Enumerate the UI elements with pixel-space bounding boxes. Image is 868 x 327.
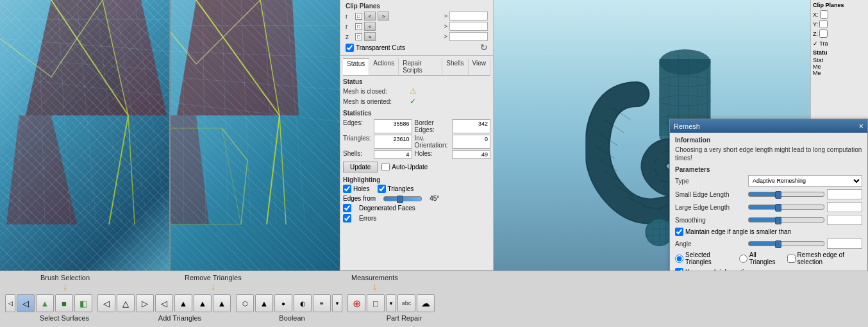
large-edge-slider[interactable] xyxy=(748,205,824,210)
select-surface-2-btn[interactable]: ▲ xyxy=(36,294,54,312)
tab-shells[interactable]: Shells xyxy=(442,58,468,75)
holes-checkbox[interactable] xyxy=(343,185,351,193)
clip-r-left-btn[interactable]: < xyxy=(364,12,376,21)
all-triangles-radio[interactable] xyxy=(739,255,747,263)
select-surface-main-btn[interactable]: ◁ xyxy=(17,294,35,312)
smoothing-value[interactable]: 0|05 xyxy=(827,215,862,225)
auto-update-checkbox[interactable] xyxy=(381,163,390,171)
select-surface-4-btn[interactable]: ◧ xyxy=(74,294,92,312)
clip-x-value[interactable]: 0.00 mm xyxy=(449,12,488,21)
svg-line-30 xyxy=(263,0,276,224)
right-stat3: Me xyxy=(813,70,866,76)
right-clip-x-checkbox[interactable] xyxy=(820,10,828,19)
select-surface-back-btn[interactable]: ◁ xyxy=(5,294,15,312)
sep-2 xyxy=(232,294,235,312)
part-repair-1-btn[interactable]: ⊕ xyxy=(347,294,365,312)
status-tab-bar: Status Actions Repair Scripts Shells Vie… xyxy=(343,58,490,76)
svg-marker-1 xyxy=(103,0,167,115)
remove-tri-5-btn[interactable]: ▲ xyxy=(213,294,231,312)
viewport-2[interactable] xyxy=(171,0,340,271)
transparent-cuts-label: Transparent Cuts xyxy=(356,44,405,51)
update-button[interactable]: Update xyxy=(343,162,378,172)
highlighting-section: Highlighting Holes Triangles Edges from … xyxy=(343,176,490,222)
type-select[interactable]: Adaptive Remeshing xyxy=(748,175,862,187)
svg-line-10 xyxy=(77,0,96,224)
angle-slider[interactable] xyxy=(748,241,824,246)
clip-y-checkbox[interactable]: □ xyxy=(355,23,362,30)
holes-label: Holes: xyxy=(415,150,449,159)
svg-line-17 xyxy=(0,0,169,224)
svg-line-11 xyxy=(96,0,122,224)
part-repair-sublabel: Part Repair xyxy=(348,314,460,322)
measurements-arrow: ↓ xyxy=(372,281,377,292)
maintain-edge-label: Maintain edge if angle is smaller than xyxy=(685,228,791,235)
tab-repair-scripts[interactable]: Repair Scripts xyxy=(399,58,442,75)
clip-y-left-btn[interactable]: < xyxy=(364,22,376,31)
dialog-info-text: Choosing a very short edge length might … xyxy=(675,146,862,162)
clip-z-arrow: > xyxy=(444,33,447,40)
keep-mesh-checkbox[interactable] xyxy=(675,268,683,271)
type-label: Type xyxy=(675,178,746,185)
part-repair-dropdown-btn[interactable]: ▼ xyxy=(386,294,396,312)
keep-mesh-row: Keep mesh information xyxy=(675,268,862,271)
right-transparent-label: ✓ Tra xyxy=(813,40,866,47)
remove-tri-4-btn[interactable]: ▲ xyxy=(194,294,212,312)
clip-z-value[interactable]: 4.62 mm xyxy=(449,32,488,41)
boolean-dropdown-btn[interactable]: ▼ xyxy=(332,294,342,312)
remove-tri-1-btn[interactable]: ▷ xyxy=(136,294,154,312)
svg-marker-2 xyxy=(6,115,77,224)
small-edge-value[interactable]: 1.50 mm xyxy=(827,189,862,199)
remove-tri-2-btn[interactable]: ◁ xyxy=(155,294,173,312)
clip-r-right-btn[interactable]: > xyxy=(378,12,389,21)
refresh-icon[interactable]: ↻ xyxy=(480,42,488,53)
maintain-edge-checkbox[interactable] xyxy=(675,228,683,236)
add-tri-1-btn[interactable]: ◁ xyxy=(97,294,115,312)
measure-1-btn[interactable]: abc xyxy=(397,294,415,312)
tab-status[interactable]: Status xyxy=(343,58,369,75)
highlighting-title: Highlighting xyxy=(343,176,490,183)
dialog-close-button[interactable]: × xyxy=(858,121,864,131)
errors-checkbox[interactable] xyxy=(343,214,351,222)
add-tri-2-btn[interactable]: △ xyxy=(117,294,135,312)
measure-2-btn[interactable]: ☁ xyxy=(417,294,435,312)
toolbar-labels: Brush Selection ↓ Remove Triangles ↓ Mea… xyxy=(5,274,518,294)
clip-z-left-btn[interactable]: < xyxy=(364,32,376,41)
viewport-1[interactable] xyxy=(0,0,171,271)
svg-line-16 xyxy=(0,32,128,224)
boolean-5-btn[interactable]: ≡ xyxy=(313,294,331,312)
clip-z-checkbox[interactable]: □ xyxy=(355,33,362,40)
svg-line-29 xyxy=(241,0,251,224)
right-clip-title: Clip Planes xyxy=(813,2,866,8)
remove-tri-3-btn[interactable]: ▲ xyxy=(174,294,192,312)
shells-value: 4 xyxy=(374,150,412,159)
select-surface-3-btn[interactable]: ■ xyxy=(55,294,73,312)
edges-from-value: 45° xyxy=(430,195,439,202)
small-edge-label: Small Edge Length xyxy=(675,191,746,198)
svg-marker-20 xyxy=(260,0,299,115)
right-clip-y-checkbox[interactable] xyxy=(819,20,828,28)
edges-from-slider[interactable] xyxy=(383,196,422,201)
right-clip-z-checkbox[interactable] xyxy=(819,29,828,38)
dialog-title: Remesh xyxy=(674,122,700,130)
degenerated-faces-checkbox[interactable] xyxy=(343,204,351,212)
clip-r-checkbox[interactable]: □ xyxy=(355,13,362,20)
clip-y-value[interactable]: -2.53 mm xyxy=(449,22,488,31)
selected-triangles-radio[interactable] xyxy=(675,255,683,263)
small-edge-slider[interactable] xyxy=(748,192,824,197)
boolean-3-btn[interactable]: ● xyxy=(274,294,292,312)
boolean-2-btn[interactable]: ▲ xyxy=(255,294,273,312)
tab-view[interactable]: View xyxy=(469,58,491,75)
boolean-4-btn[interactable]: ◐ xyxy=(294,294,312,312)
right-stat2: Me xyxy=(813,63,866,70)
clip-z-label: z xyxy=(346,33,353,40)
smoothing-slider[interactable] xyxy=(748,217,824,222)
remesh-edge-checkbox[interactable] xyxy=(787,255,796,263)
angle-value[interactable]: 100.00° xyxy=(827,239,862,249)
smoothing-row: Smoothing 0|05 xyxy=(675,215,862,225)
large-edge-value[interactable]: 5.00 mm xyxy=(827,202,862,212)
boolean-1-btn[interactable]: ⬡ xyxy=(236,294,254,312)
transparent-cuts-checkbox[interactable] xyxy=(346,44,354,52)
triangles-hl-checkbox[interactable] xyxy=(378,185,386,193)
part-repair-2-btn[interactable]: □ xyxy=(367,294,385,312)
tab-actions[interactable]: Actions xyxy=(369,58,399,75)
